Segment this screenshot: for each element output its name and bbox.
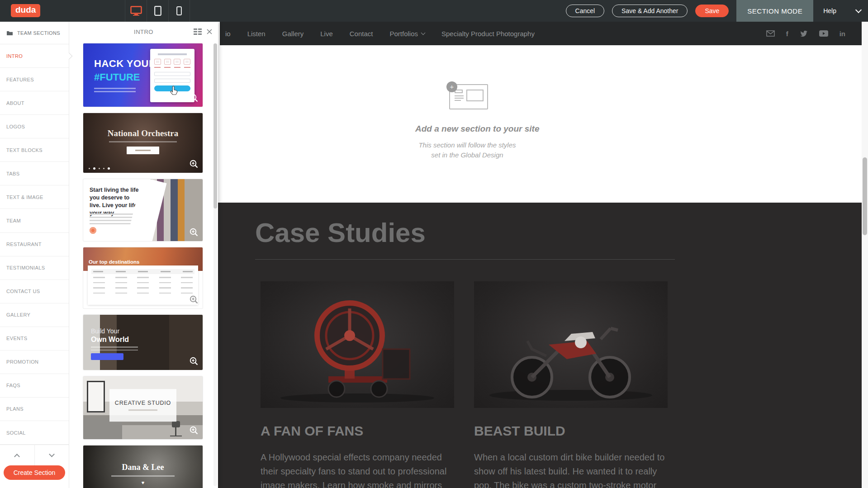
sidebar-item-faqs[interactable]: FAQS <box>0 374 69 398</box>
scroll-up-button[interactable] <box>0 445 35 465</box>
add-section-icon: + <box>446 81 488 109</box>
zoom-in-icon[interactable] <box>189 159 199 169</box>
placeholder-text-line <box>111 475 175 477</box>
sidebar-item-tabs[interactable]: TABS <box>0 162 69 185</box>
template-thumbnail-dana-and-lee[interactable]: Dana & Lee ♥ <box>83 445 203 488</box>
thumbnail-title: Dana & Lee <box>83 463 203 472</box>
site-nav-item-listen[interactable]: Listen <box>247 30 266 38</box>
zoom-in-icon[interactable] <box>189 93 199 103</box>
page-scrollbar-thumb[interactable] <box>863 157 867 235</box>
zoom-in-icon[interactable] <box>189 356 199 366</box>
sidebar-item-testimonials[interactable]: TESTIMONIALS <box>0 256 69 280</box>
sidebar-item-label: CONTACT US <box>6 289 40 294</box>
panel-scrollbar[interactable] <box>213 43 217 486</box>
site-nav-item-contact[interactable]: Contact <box>350 30 373 38</box>
template-thumbnail-build-your-own-world[interactable]: Build Your Own World <box>83 315 203 370</box>
heart-icon: ♥ <box>83 480 203 485</box>
case-study-image-fan-machine <box>261 281 454 408</box>
add-section-subtitle: This section will follow the styles set … <box>415 140 519 160</box>
sidebar-item-label: GALLERY <box>6 312 30 317</box>
sidebar-item-features[interactable]: FEATURES <box>0 68 69 91</box>
sidebar-item-about[interactable]: ABOUT <box>0 91 69 115</box>
sidebar-item-plans[interactable]: PLANS <box>0 398 69 421</box>
chevron-down-icon <box>49 451 55 457</box>
scroll-down-button[interactable] <box>35 445 69 465</box>
destinations-table <box>88 265 198 305</box>
help-menu[interactable]: Help <box>813 7 868 14</box>
desktop-view-button[interactable] <box>125 0 147 22</box>
nav-label: Portfolios <box>389 30 418 38</box>
cursor-hand-icon <box>169 85 179 96</box>
template-thumbnail-creative-studio[interactable]: CREATIVE STUDIO <box>83 376 203 439</box>
thumbnail-cta-button <box>91 353 123 360</box>
nav-label: Live <box>320 30 333 38</box>
sidebar-item-text-image[interactable]: TEXT & IMAGE <box>0 185 69 209</box>
intro-templates-panel: INTRO HACK YOUR #FUTURE <box>69 22 218 488</box>
create-section-button[interactable]: Create Section <box>4 465 66 480</box>
site-nav-item-portfolios[interactable]: Portfolios <box>389 30 425 38</box>
sidebar-item-logos[interactable]: LOGOS <box>0 115 69 138</box>
site-nav-item-specialty[interactable]: Specialty Product Photography <box>441 30 535 38</box>
thumbnail-title: CREATIVE STUDIO <box>115 400 171 406</box>
decor-couch <box>83 418 122 439</box>
cancel-button[interactable]: Cancel <box>566 5 605 17</box>
sidebar-item-team[interactable]: TEAM <box>0 209 69 232</box>
decor-chair <box>170 421 182 436</box>
template-thumbnail-hack-your-future[interactable]: HACK YOUR #FUTURE <box>83 43 203 107</box>
save-button[interactable]: Save <box>695 5 729 17</box>
site-nav-item-live[interactable]: Live <box>320 30 333 38</box>
sidebar-item-text-blocks[interactable]: TEXT BLOCKS <box>0 138 69 162</box>
panel-scrollbar-thumb[interactable] <box>213 43 217 208</box>
zoom-in-icon[interactable] <box>189 295 199 305</box>
template-thumbnail-top-destinations[interactable]: Our top destinations <box>83 247 203 308</box>
linkedin-icon[interactable]: in <box>840 30 845 38</box>
grid-view-icon[interactable] <box>194 28 202 35</box>
sidebar-item-label: LOGOS <box>6 124 25 129</box>
sidebar-item-label: INTRO <box>6 53 23 59</box>
page-scrollbar[interactable] <box>862 22 868 488</box>
placeholder-text-line <box>109 141 177 142</box>
close-icon[interactable] <box>206 28 213 35</box>
add-section-placeholder[interactable]: + Add a new section to your site This se… <box>415 81 519 160</box>
sidebar-item-social[interactable]: SOCIAL <box>0 421 69 445</box>
create-section-area: Create Section <box>0 465 69 488</box>
sidebar-item-contact-us[interactable]: CONTACT US <box>0 280 69 303</box>
sidebar-item-label: PROMOTION <box>6 359 38 365</box>
save-add-another-button[interactable]: Save & Add Another <box>612 5 688 17</box>
sidebar-item-label: EVENTS <box>6 336 27 341</box>
chevron-down-icon <box>855 7 862 13</box>
case-study-title: BEAST BUILD <box>474 423 668 439</box>
template-thumbnail-start-living[interactable]: Start living the life you deserve to liv… <box>83 179 203 241</box>
twitter-icon[interactable] <box>800 30 808 37</box>
sidebar-item-intro[interactable]: INTRO <box>0 44 69 68</box>
sidebar-item-label: TEXT & IMAGE <box>6 194 43 200</box>
subtitle-line: set in the Global Design <box>415 150 519 160</box>
sidebar-item-promotion[interactable]: PROMOTION <box>0 351 69 374</box>
sidebar-item-label: FAQS <box>6 383 20 388</box>
studio-card: CREATIVE STUDIO <box>109 389 176 422</box>
case-study-image-dirt-bike <box>474 281 668 408</box>
youtube-icon[interactable] <box>819 30 828 37</box>
sidebar-item-restaurant[interactable]: RESTAURANT <box>0 233 69 256</box>
sidebar-item-gallery[interactable]: GALLERY <box>0 303 69 327</box>
site-social-icons: f in <box>766 22 845 45</box>
sidebar-item-events[interactable]: EVENTS <box>0 327 69 351</box>
facebook-icon[interactable]: f <box>786 30 788 38</box>
case-studies-heading: Case Studies <box>255 217 862 248</box>
zoom-in-icon[interactable] <box>189 426 199 436</box>
add-section-title: Add a new section to your site <box>415 124 519 134</box>
site-preview-canvas: io Listen Gallery Live Contact Portfolio… <box>217 22 868 488</box>
sidebar-header: TEAM SECTIONS <box>0 22 69 44</box>
sidebar-header-label: TEAM SECTIONS <box>17 30 60 36</box>
nav-label: Gallery <box>282 30 304 38</box>
email-icon[interactable] <box>766 30 775 37</box>
site-nav-item-gallery[interactable]: Gallery <box>282 30 304 38</box>
subtitle-line: This section will follow the styles <box>415 140 519 150</box>
template-thumbnail-national-orchestra[interactable]: National Orchestra <box>83 113 203 173</box>
placeholder-text-lines <box>94 88 136 94</box>
zoom-in-icon[interactable] <box>189 227 199 237</box>
nav-label: io <box>225 30 231 38</box>
site-nav-item[interactable]: io <box>225 30 231 38</box>
mobile-view-button[interactable] <box>168 0 190 22</box>
tablet-view-button[interactable] <box>147 0 168 22</box>
